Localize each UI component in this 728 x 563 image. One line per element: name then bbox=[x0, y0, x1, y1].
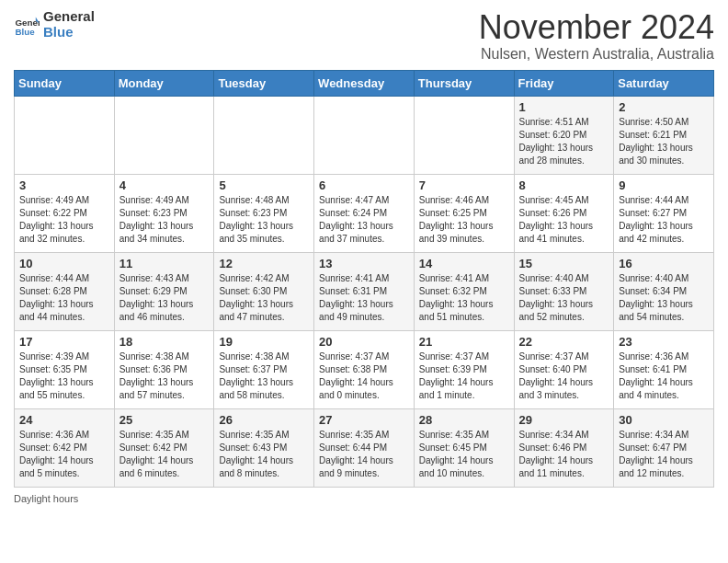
calendar-cell: 28Sunrise: 4:35 AMSunset: 6:45 PMDayligh… bbox=[414, 408, 514, 487]
logo-icon: General Blue bbox=[14, 12, 40, 38]
calendar-cell: 6Sunrise: 4:47 AMSunset: 6:24 PMDaylight… bbox=[314, 174, 415, 252]
calendar-cell: 11Sunrise: 4:43 AMSunset: 6:29 PMDayligh… bbox=[114, 252, 214, 330]
calendar-cell: 2Sunrise: 4:50 AMSunset: 6:21 PMDaylight… bbox=[614, 96, 714, 174]
day-number: 2 bbox=[619, 100, 709, 114]
day-header-thursday: Thursday bbox=[414, 70, 514, 96]
logo: General Blue General Blue bbox=[14, 9, 95, 40]
day-info: Sunrise: 4:35 AMSunset: 6:42 PMDaylight:… bbox=[119, 429, 210, 480]
day-number: 28 bbox=[419, 413, 509, 427]
day-number: 21 bbox=[419, 335, 509, 349]
calendar-cell bbox=[114, 96, 214, 174]
calendar-cell: 16Sunrise: 4:40 AMSunset: 6:34 PMDayligh… bbox=[614, 252, 714, 330]
day-info: Sunrise: 4:34 AMSunset: 6:46 PMDaylight:… bbox=[519, 429, 609, 480]
day-header-tuesday: Tuesday bbox=[214, 70, 314, 96]
day-number: 7 bbox=[419, 178, 509, 192]
day-header-monday: Monday bbox=[114, 70, 214, 96]
day-info: Sunrise: 4:35 AMSunset: 6:45 PMDaylight:… bbox=[419, 429, 509, 480]
day-info: Sunrise: 4:36 AMSunset: 6:41 PMDaylight:… bbox=[619, 350, 709, 402]
day-info: Sunrise: 4:38 AMSunset: 6:37 PMDaylight:… bbox=[219, 350, 309, 402]
day-info: Sunrise: 4:40 AMSunset: 6:33 PMDaylight:… bbox=[519, 272, 609, 324]
day-number: 19 bbox=[219, 335, 309, 349]
day-info: Sunrise: 4:45 AMSunset: 6:26 PMDaylight:… bbox=[519, 194, 609, 246]
day-number: 29 bbox=[519, 413, 609, 427]
day-number: 22 bbox=[519, 335, 609, 349]
day-number: 24 bbox=[19, 413, 109, 427]
calendar-cell: 5Sunrise: 4:48 AMSunset: 6:23 PMDaylight… bbox=[214, 174, 314, 252]
calendar-cell: 8Sunrise: 4:45 AMSunset: 6:26 PMDaylight… bbox=[514, 174, 614, 252]
page-title: November 2024 bbox=[479, 9, 714, 46]
day-number: 13 bbox=[319, 257, 409, 270]
calendar-cell: 15Sunrise: 4:40 AMSunset: 6:33 PMDayligh… bbox=[514, 252, 614, 330]
day-number: 1 bbox=[519, 100, 609, 114]
logo-general: General bbox=[43, 9, 95, 25]
day-info: Sunrise: 4:46 AMSunset: 6:25 PMDaylight:… bbox=[419, 194, 509, 246]
title-block: November 2024 Nulsen, Western Australia,… bbox=[479, 9, 714, 63]
day-info: Sunrise: 4:39 AMSunset: 6:35 PMDaylight:… bbox=[19, 350, 109, 402]
day-number: 3 bbox=[19, 178, 109, 192]
day-number: 6 bbox=[319, 178, 409, 192]
calendar-cell: 7Sunrise: 4:46 AMSunset: 6:25 PMDaylight… bbox=[414, 174, 514, 252]
footer-note: Daylight hours bbox=[14, 493, 714, 504]
calendar-cell: 1Sunrise: 4:51 AMSunset: 6:20 PMDaylight… bbox=[514, 96, 614, 174]
day-number: 11 bbox=[119, 257, 210, 270]
calendar-table: SundayMondayTuesdayWednesdayThursdayFrid… bbox=[14, 70, 714, 488]
day-info: Sunrise: 4:38 AMSunset: 6:36 PMDaylight:… bbox=[119, 350, 210, 402]
calendar-cell: 30Sunrise: 4:34 AMSunset: 6:47 PMDayligh… bbox=[614, 408, 714, 487]
day-info: Sunrise: 4:37 AMSunset: 6:39 PMDaylight:… bbox=[419, 350, 509, 402]
svg-text:Blue: Blue bbox=[15, 26, 35, 36]
calendar-cell: 4Sunrise: 4:49 AMSunset: 6:23 PMDaylight… bbox=[114, 174, 214, 252]
calendar-cell: 14Sunrise: 4:41 AMSunset: 6:32 PMDayligh… bbox=[414, 252, 514, 330]
day-number: 14 bbox=[419, 257, 509, 270]
day-number: 9 bbox=[619, 178, 709, 192]
day-info: Sunrise: 4:47 AMSunset: 6:24 PMDaylight:… bbox=[319, 194, 409, 246]
calendar-cell bbox=[314, 96, 415, 174]
day-info: Sunrise: 4:40 AMSunset: 6:34 PMDaylight:… bbox=[619, 272, 709, 324]
calendar-cell: 17Sunrise: 4:39 AMSunset: 6:35 PMDayligh… bbox=[15, 330, 115, 408]
day-info: Sunrise: 4:37 AMSunset: 6:38 PMDaylight:… bbox=[319, 350, 409, 402]
calendar-cell: 27Sunrise: 4:35 AMSunset: 6:44 PMDayligh… bbox=[314, 408, 415, 487]
day-info: Sunrise: 4:43 AMSunset: 6:29 PMDaylight:… bbox=[119, 272, 210, 324]
calendar-cell: 19Sunrise: 4:38 AMSunset: 6:37 PMDayligh… bbox=[214, 330, 314, 408]
day-number: 15 bbox=[519, 257, 609, 270]
day-info: Sunrise: 4:42 AMSunset: 6:30 PMDaylight:… bbox=[219, 272, 309, 324]
page-subtitle: Nulsen, Western Australia, Australia bbox=[479, 46, 714, 63]
day-info: Sunrise: 4:50 AMSunset: 6:21 PMDaylight:… bbox=[619, 116, 709, 167]
day-number: 10 bbox=[19, 257, 109, 270]
calendar-cell: 10Sunrise: 4:44 AMSunset: 6:28 PMDayligh… bbox=[15, 252, 115, 330]
day-number: 12 bbox=[219, 257, 309, 270]
calendar-cell bbox=[414, 96, 514, 174]
day-info: Sunrise: 4:44 AMSunset: 6:28 PMDaylight:… bbox=[19, 272, 109, 324]
day-header-wednesday: Wednesday bbox=[314, 70, 415, 96]
day-info: Sunrise: 4:37 AMSunset: 6:40 PMDaylight:… bbox=[519, 350, 609, 402]
day-number: 23 bbox=[619, 335, 709, 349]
calendar-cell: 22Sunrise: 4:37 AMSunset: 6:40 PMDayligh… bbox=[514, 330, 614, 408]
day-number: 17 bbox=[19, 335, 109, 349]
day-info: Sunrise: 4:34 AMSunset: 6:47 PMDaylight:… bbox=[619, 429, 709, 480]
calendar-cell: 13Sunrise: 4:41 AMSunset: 6:31 PMDayligh… bbox=[314, 252, 415, 330]
day-info: Sunrise: 4:41 AMSunset: 6:32 PMDaylight:… bbox=[419, 272, 509, 324]
day-info: Sunrise: 4:35 AMSunset: 6:43 PMDaylight:… bbox=[219, 429, 309, 480]
calendar-cell: 23Sunrise: 4:36 AMSunset: 6:41 PMDayligh… bbox=[614, 330, 714, 408]
day-info: Sunrise: 4:49 AMSunset: 6:23 PMDaylight:… bbox=[119, 194, 210, 246]
day-number: 27 bbox=[319, 413, 409, 427]
calendar-cell: 20Sunrise: 4:37 AMSunset: 6:38 PMDayligh… bbox=[314, 330, 415, 408]
day-number: 26 bbox=[219, 413, 309, 427]
day-number: 30 bbox=[619, 413, 709, 427]
day-header-saturday: Saturday bbox=[614, 70, 714, 96]
day-info: Sunrise: 4:51 AMSunset: 6:20 PMDaylight:… bbox=[519, 116, 609, 167]
day-info: Sunrise: 4:41 AMSunset: 6:31 PMDaylight:… bbox=[319, 272, 409, 324]
calendar-cell: 12Sunrise: 4:42 AMSunset: 6:30 PMDayligh… bbox=[214, 252, 314, 330]
day-number: 16 bbox=[619, 257, 709, 270]
page-header: General Blue General Blue November 2024 … bbox=[14, 9, 714, 63]
calendar-cell: 21Sunrise: 4:37 AMSunset: 6:39 PMDayligh… bbox=[414, 330, 514, 408]
day-info: Sunrise: 4:48 AMSunset: 6:23 PMDaylight:… bbox=[219, 194, 309, 246]
calendar-cell: 9Sunrise: 4:44 AMSunset: 6:27 PMDaylight… bbox=[614, 174, 714, 252]
calendar-cell: 26Sunrise: 4:35 AMSunset: 6:43 PMDayligh… bbox=[214, 408, 314, 487]
day-info: Sunrise: 4:44 AMSunset: 6:27 PMDaylight:… bbox=[619, 194, 709, 246]
calendar-cell: 25Sunrise: 4:35 AMSunset: 6:42 PMDayligh… bbox=[114, 408, 214, 487]
day-header-friday: Friday bbox=[514, 70, 614, 96]
logo-blue: Blue bbox=[43, 25, 95, 40]
day-number: 25 bbox=[119, 413, 210, 427]
day-info: Sunrise: 4:49 AMSunset: 6:22 PMDaylight:… bbox=[19, 194, 109, 246]
day-info: Sunrise: 4:36 AMSunset: 6:42 PMDaylight:… bbox=[19, 429, 109, 480]
